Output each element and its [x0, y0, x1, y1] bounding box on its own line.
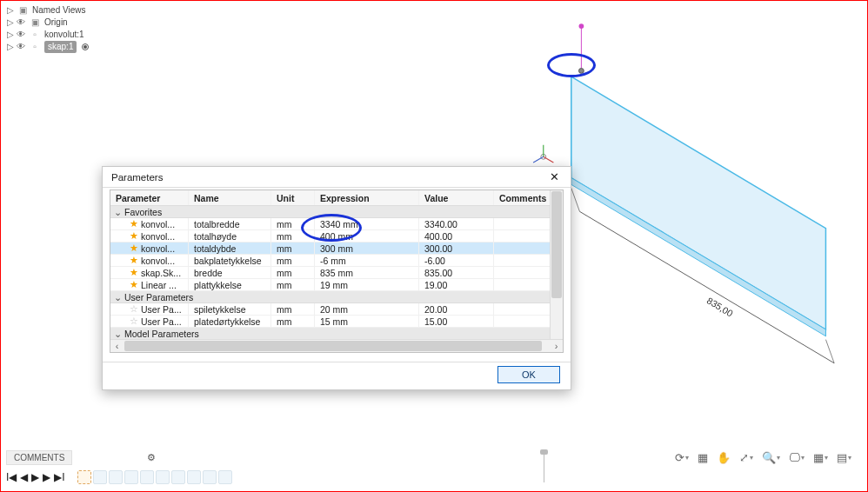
origin-triad-icon [533, 145, 553, 163]
horizontal-scrollbar[interactable]: ‹ › [110, 339, 563, 352]
timeline-item[interactable] [171, 470, 185, 484]
col-comments[interactable]: Comments [494, 190, 557, 205]
cell-name: plattykkelse [189, 279, 271, 290]
cell-parameter: ★konvol... [110, 243, 189, 254]
timeline-item[interactable] [218, 470, 232, 484]
timeline-end-button[interactable]: ▶I [54, 471, 64, 483]
cell-unit: mm [271, 243, 315, 254]
cell-expression[interactable]: 15 mm [315, 316, 419, 327]
display-settings-button[interactable]: 🖵▾ [789, 451, 805, 464]
star-icon[interactable]: ★ [130, 255, 138, 266]
cell-expression[interactable]: 20 mm [315, 303, 419, 315]
tree-item-label: konvolut:1 [44, 29, 84, 41]
timeline-item[interactable] [156, 470, 170, 484]
chevron-down-icon: ▾ [848, 454, 851, 462]
timeline: I◀ ◀ ▶ ▶ ▶I [6, 469, 862, 486]
grid-settings-button[interactable]: ▦▾ [813, 451, 828, 464]
cell-value: 19.00 [419, 279, 494, 290]
timeline-item[interactable] [109, 470, 123, 484]
cell-unit: mm [271, 316, 315, 327]
table-row[interactable]: ☆User Pa...platedørtykkelsemm15 mm15.00 [110, 316, 563, 328]
star-icon[interactable]: ★ [130, 267, 138, 278]
group-user-parameters[interactable]: ⌄User Parameters [110, 291, 563, 303]
scrollbar-thumb[interactable] [551, 191, 562, 298]
col-unit[interactable]: Unit [271, 190, 315, 205]
cell-comments [494, 218, 557, 229]
col-expression[interactable]: Expression [315, 190, 419, 205]
ok-button[interactable]: OK [497, 366, 560, 383]
star-icon[interactable]: ★ [130, 230, 138, 242]
timeline-item[interactable] [140, 470, 154, 484]
tree-item-skap[interactable]: ▷ 👁 ▫ skap:1 [6, 41, 89, 53]
cell-name: bredde [189, 267, 271, 278]
cell-expression[interactable]: 835 mm [315, 267, 419, 278]
active-component-icon[interactable] [82, 43, 89, 50]
gear-icon[interactable]: ⚙ [147, 452, 156, 463]
timeline-item[interactable] [203, 470, 217, 484]
timeline-item[interactable] [124, 470, 138, 484]
timeline-stepback-button[interactable]: ◀ [20, 471, 28, 483]
eye-icon[interactable]: 👁 [17, 41, 27, 53]
cell-comments [494, 230, 557, 242]
cell-parameter: ★Linear ... [110, 279, 189, 290]
timeline-item[interactable] [187, 470, 201, 484]
tree-item-origin[interactable]: ▷ 👁 ▣ Origin [6, 17, 89, 29]
chevron-right-icon: ▷ [6, 41, 15, 53]
star-icon[interactable]: ★ [130, 218, 138, 229]
cell-expression[interactable]: 19 mm [315, 279, 419, 290]
scrollbar-thumb[interactable] [124, 341, 542, 351]
eye-icon[interactable]: 👁 [17, 29, 27, 41]
table-row[interactable]: ★konvol...bakplatetykkelsemm-6 mm-6.00 [110, 255, 563, 267]
timeline-play-button[interactable]: ▶ [31, 471, 39, 483]
pan-button[interactable]: ✋ [717, 451, 731, 464]
viewport-layout-button[interactable]: ▤▾ [837, 451, 851, 464]
chevron-right-icon: ▷ [6, 17, 15, 29]
star-icon[interactable]: ★ [130, 279, 138, 290]
col-parameter[interactable]: Parameter [110, 190, 189, 205]
star-icon[interactable]: ☆ [130, 316, 138, 327]
dialog-titlebar[interactable]: Parameters ✕ [103, 167, 571, 188]
cell-name: totalhøyde [189, 230, 271, 242]
table-row[interactable]: ★konvol...totaldybdemm300 mm300.00 [110, 243, 563, 255]
timeline-stepfwd-button[interactable]: ▶ [43, 471, 50, 483]
timeline-item[interactable] [93, 470, 107, 484]
fit-button[interactable]: 🔍▾ [762, 451, 780, 464]
tree-item-named-views[interactable]: ▷ ▣ Named Views [6, 4, 89, 17]
annotation-circle [547, 53, 596, 77]
cell-name: bakplatetykkelse [189, 255, 271, 266]
svg-line-8 [571, 188, 580, 211]
cell-name: totaldybde [189, 243, 271, 254]
cell-value: 400.00 [419, 230, 494, 242]
cell-unit: mm [271, 255, 315, 266]
col-value[interactable]: Value [419, 190, 494, 205]
close-icon[interactable]: ✕ [543, 170, 565, 185]
group-model-parameters[interactable]: ⌄Model Parameters [110, 328, 563, 340]
star-icon[interactable]: ★ [130, 243, 138, 254]
col-name[interactable]: Name [189, 190, 271, 205]
svg-line-9 [825, 340, 834, 363]
timeline-marker[interactable] [544, 451, 544, 482]
scroll-right-icon[interactable]: › [550, 340, 563, 353]
chevron-down-icon: ⌄ [114, 329, 124, 339]
table-row[interactable]: ★skap.Sk...breddemm835 mm835.00 [110, 267, 563, 279]
timeline-item[interactable] [77, 470, 91, 484]
timeline-start-button[interactable]: I◀ [6, 471, 17, 483]
star-icon[interactable]: ☆ [130, 303, 138, 315]
tree-item-konvolut[interactable]: ▷ 👁 ▫ konvolut:1 [6, 29, 89, 41]
orbit-button[interactable]: ⟳▾ [675, 451, 689, 464]
cell-expression[interactable]: 300 mm [315, 243, 419, 254]
zoom-button[interactable]: ⤢▾ [739, 451, 753, 464]
vertical-scrollbar[interactable] [550, 190, 563, 339]
parameters-dialog: Parameters ✕ Parameter Name Unit Express… [102, 166, 571, 390]
dialog-title: Parameters [111, 172, 163, 183]
scroll-left-icon[interactable]: ‹ [110, 340, 124, 353]
table-row[interactable]: ☆User Pa...spiletykkelsemm20 mm20.00 [110, 303, 563, 316]
cell-expression[interactable]: -6 mm [315, 255, 419, 266]
chevron-down-icon: ▾ [685, 454, 689, 462]
cell-parameter: ★konvol... [110, 255, 189, 266]
comments-tab[interactable]: COMMENTS [6, 450, 72, 465]
lookat-button[interactable]: ▦ [698, 451, 708, 464]
table-row[interactable]: ★Linear ...plattykkelsemm19 mm19.00 [110, 279, 563, 291]
eye-icon[interactable]: 👁 [17, 17, 27, 29]
cell-unit: mm [271, 279, 315, 290]
